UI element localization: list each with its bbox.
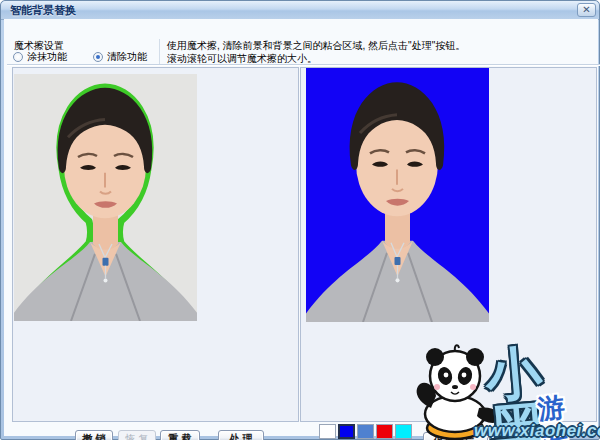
instruction-line-1: 使用魔术擦, 清除前景和背景之间的粘合区域, 然后点击"处理"按钮。	[167, 39, 592, 52]
swatch-red[interactable]	[376, 424, 393, 439]
swatch-white[interactable]	[319, 424, 336, 439]
swatch-cyan[interactable]	[395, 424, 412, 439]
result-photo-blue-background	[306, 68, 489, 322]
save-image-button[interactable]: 保存图片...	[423, 432, 493, 440]
radio-selected-icon[interactable]	[93, 52, 103, 62]
dialog-client-area: 魔术擦设置 涂抹功能 清除功能 使用魔术擦, 清除前景和背景之间的粘合区域, 然…	[4, 19, 598, 436]
ok-button[interactable]: 确 定	[487, 436, 534, 440]
radio-erase-function[interactable]: 清除功能	[93, 50, 147, 64]
instructions-text: 使用魔术擦, 清除前景和背景之间的粘合区域, 然后点击"处理"按钮。 滚动滚轮可…	[167, 39, 592, 65]
close-icon[interactable]: ✕	[577, 3, 596, 17]
radio-erase-label: 清除功能	[107, 50, 147, 64]
swatch-blue-selected[interactable]	[338, 424, 355, 439]
top-separator	[7, 64, 600, 65]
process-button[interactable]: 处 理	[218, 430, 264, 440]
undo-button[interactable]: 撤 销	[75, 430, 113, 440]
window-title: 智能背景替换	[10, 3, 76, 18]
swatch-steelblue[interactable]	[357, 424, 374, 439]
dialog-window: 智能背景替换 ✕ 魔术擦设置 涂抹功能 清除功能 使用魔术擦, 清除前景和背景之…	[0, 0, 600, 440]
portrait-result-image	[306, 68, 489, 322]
title-bar[interactable]: 智能背景替换 ✕	[1, 1, 599, 20]
settings-divider	[159, 39, 160, 64]
edited-photo-with-outline[interactable]	[14, 74, 197, 321]
radio-smear-label: 涂抹功能	[27, 50, 67, 64]
radio-smear-function[interactable]: 涂抹功能	[13, 50, 67, 64]
radio-unselected-icon[interactable]	[13, 52, 23, 62]
reload-button[interactable]: 重 载	[160, 430, 200, 440]
redo-button[interactable]: 恢 复	[118, 430, 156, 440]
portrait-outline-image	[14, 74, 197, 321]
